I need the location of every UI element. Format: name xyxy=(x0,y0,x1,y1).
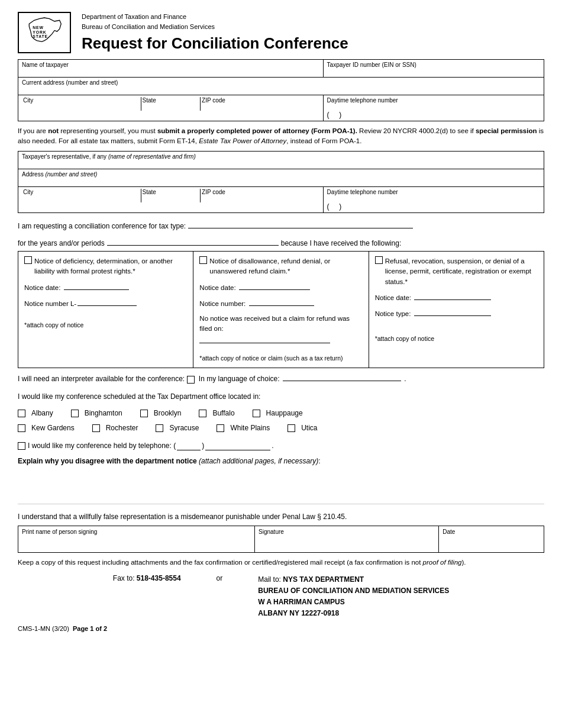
page-num: Page 1 of 2 xyxy=(73,625,107,632)
cb-kew-gardens[interactable] xyxy=(18,424,25,432)
rep-label: Taxpayer's representative, if any (name … xyxy=(22,153,540,160)
keep-copy-text: Keep a copy of this request including at… xyxy=(18,558,544,568)
years-line: for the years and/or periods because I h… xyxy=(18,236,544,247)
notice-col1-number-field[interactable] xyxy=(77,298,137,306)
interpreter-label: I will need an interpreter available for… xyxy=(18,375,187,383)
mail-info: Mail to: NYS TAX DEPARTMENT BUREAU OF CO… xyxy=(258,574,449,620)
city-label: City xyxy=(23,97,140,104)
loc-utica: Utica xyxy=(301,422,317,435)
tax-type-prefix: I am requesting a conciliation conferenc… xyxy=(18,222,186,230)
loc-rochester: Rochester xyxy=(106,422,138,435)
explain-section: Explain why you disagree with the depart… xyxy=(18,457,544,504)
notice-col1-date-field[interactable] xyxy=(64,282,129,290)
page-header: NEW YORK STATE Department of Taxation an… xyxy=(18,12,544,53)
logo-area: NEW YORK STATE xyxy=(18,12,71,53)
language-field[interactable] xyxy=(283,373,401,381)
notice-col2-date-row: Notice date: xyxy=(199,282,362,293)
loc-binghamton: Binghamton xyxy=(85,407,122,420)
mail-line3: W A HARRIMAN CAMPUS xyxy=(258,598,344,606)
years-suffix: because I have received the following: xyxy=(281,239,401,247)
notice-col1-checkbox[interactable] xyxy=(24,256,32,264)
zip-label: ZIP code xyxy=(202,97,318,104)
cb-brooklyn[interactable] xyxy=(140,410,148,417)
notice-col3-type-field[interactable] xyxy=(414,308,491,316)
cb-telephone[interactable] xyxy=(18,442,25,450)
loc-kew-gardens: Kew Gardens xyxy=(31,422,75,435)
page-ref: CMS-1-MN xyxy=(18,625,50,632)
dept-line2: Bureau of Conciliation and Mediation Ser… xyxy=(82,23,215,30)
mail-line4: ALBANY NY 12227-0918 xyxy=(258,609,339,617)
rep-phone-label: Daytime telephone number xyxy=(327,189,540,195)
poa-notice: If you are not representing yourself, yo… xyxy=(18,126,544,147)
notice-col3-footer: *attach copy of notice xyxy=(375,334,538,344)
cb-white-plains[interactable] xyxy=(217,424,224,432)
notice-col2-filed-line[interactable] xyxy=(199,343,330,343)
explain-input-area[interactable] xyxy=(18,469,544,504)
tax-type-field[interactable] xyxy=(188,219,413,228)
svg-text:YORK: YORK xyxy=(33,30,46,34)
cb-buffalo[interactable] xyxy=(199,410,206,417)
loc-syracuse: Syracuse xyxy=(169,422,199,435)
cb-hauppauge[interactable] xyxy=(253,410,260,417)
years-field[interactable] xyxy=(107,236,279,246)
notice-col1-date-row: Notice date: xyxy=(24,282,187,293)
rep-zip-label: ZIP code xyxy=(202,189,318,195)
notice-col3-checkbox[interactable] xyxy=(375,256,383,264)
telephone-number[interactable] xyxy=(205,442,270,450)
cb-utica[interactable] xyxy=(288,424,295,432)
mail-prefix: Mail to: xyxy=(258,575,283,584)
notice-col3-date-row: Notice date: xyxy=(375,292,538,303)
notice-col2-header: Notice of disallowance, refund denial, o… xyxy=(209,256,362,277)
current-address-label: Current address (number and street) xyxy=(22,79,540,86)
notice-col3-date-field[interactable] xyxy=(414,292,491,300)
representative-info-table: Taxpayer's representative, if any (name … xyxy=(18,151,544,213)
dept-info: Department of Taxation and Finance Burea… xyxy=(82,12,544,31)
cb-albany[interactable] xyxy=(18,410,25,417)
rep-state-label: State xyxy=(143,189,199,195)
notice-col3: Refusal, revocation, suspension, or deni… xyxy=(369,252,544,368)
header-text-block: Department of Taxation and Finance Burea… xyxy=(82,12,544,52)
notice-col1-number-row: Notice number L- xyxy=(24,298,187,309)
page-date: (3/20) xyxy=(52,625,69,632)
notice-col2-no-notice: No notice was received but a claim for r… xyxy=(199,314,362,334)
mail-line2: BUREAU OF CONCILIATION AND MEDIATION SER… xyxy=(258,587,449,595)
notice-col3-type-row: Notice type: xyxy=(375,308,538,319)
cb-rochester[interactable] xyxy=(92,424,100,432)
interpreter-section: I will need an interpreter available for… xyxy=(18,373,544,386)
notice-col1-header: Notice of deficiency, determination, or … xyxy=(34,256,187,277)
page-title: Request for Conciliation Conference xyxy=(82,35,544,52)
notice-boxes-table: Notice of deficiency, determination, or … xyxy=(18,251,544,368)
date-label: Date xyxy=(443,529,540,535)
signature-table: Print name of person signing Signature D… xyxy=(18,526,544,553)
mail-line1: NYS TAX DEPARTMENT xyxy=(283,575,364,584)
notice-col2-footer: *attach copy of notice or claim (such as… xyxy=(199,354,362,363)
state-label: State xyxy=(143,97,199,104)
cb-syracuse[interactable] xyxy=(156,424,163,432)
rep-address-label: Address (number and street) xyxy=(22,171,540,178)
rep-city-label: City xyxy=(23,189,140,195)
page-footer: CMS-1-MN (3/20) Page 1 of 2 xyxy=(18,625,544,632)
notice-col2-number-field[interactable] xyxy=(249,298,314,306)
taxpayer-name-label: Name of taxpayer xyxy=(22,62,319,68)
explain-italic: (attach additional pages, if necessary) xyxy=(199,457,318,465)
cb-binghamton[interactable] xyxy=(71,410,79,417)
notice-col1-footer: *attach copy of notice xyxy=(24,321,187,330)
legal-statement: I understand that a willfully false repr… xyxy=(18,513,544,521)
language-label: In my language of choice: xyxy=(199,375,282,383)
loc-brooklyn: Brooklyn xyxy=(154,407,182,420)
interpreter-checkbox[interactable] xyxy=(187,376,195,384)
telephone-line: I would like my conference held by telep… xyxy=(18,440,544,453)
notice-col2: Notice of disallowance, refund denial, o… xyxy=(193,252,369,368)
nys-logo: NEW YORK STATE xyxy=(18,12,71,53)
location-label: I would like my conference scheduled at … xyxy=(18,391,544,404)
or-divider: or xyxy=(217,574,223,582)
notice-col2-checkbox[interactable] xyxy=(199,256,207,264)
footer-contact: Fax to: 518-435-8554 or Mail to: NYS TAX… xyxy=(18,574,544,620)
fax-number: 518-435-8554 xyxy=(137,574,181,582)
fax-info: Fax to: 518-435-8554 xyxy=(113,574,181,582)
svg-text:NEW: NEW xyxy=(33,25,44,30)
dept-line1: Department of Taxation and Finance xyxy=(82,13,186,20)
ny-state-map-icon: NEW YORK STATE xyxy=(27,15,62,45)
notice-col2-date-field[interactable] xyxy=(239,282,310,290)
telephone-area-code[interactable] xyxy=(177,442,201,450)
